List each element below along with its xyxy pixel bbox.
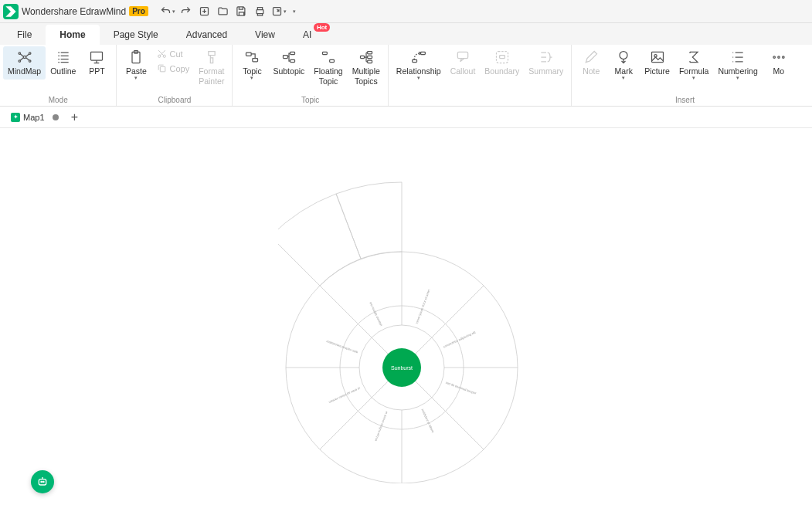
svg-text:Sunburst: Sunburst [391, 365, 413, 371]
menu-tab-home[interactable]: Home [46, 25, 99, 45]
mark-button[interactable]: Mark ▾ [607, 46, 640, 84]
paste-button[interactable]: Paste ▾ [120, 46, 152, 84]
undo-button[interactable] [159, 3, 176, 20]
export-button[interactable] [270, 3, 287, 20]
print-button[interactable] [252, 3, 269, 20]
outline-button[interactable]: Outline [46, 46, 80, 80]
menu-tab-file[interactable]: File [3, 25, 46, 45]
svg-rect-25 [412, 59, 416, 62]
new-button[interactable] [196, 3, 213, 20]
svg-point-34 [778, 56, 780, 59]
menu-tabs: File Home Page Style Advanced View AI Ho… [0, 23, 812, 45]
formula-button[interactable]: Formula ▾ [674, 46, 714, 84]
app-title: Wondershare EdrawMind [22, 6, 126, 17]
quick-access-menu[interactable] [289, 3, 300, 20]
svg-rect-61 [39, 479, 46, 485]
doc-icon: ✦ [11, 113, 20, 122]
subtopic-button[interactable]: Subtopic [268, 46, 309, 80]
svg-point-33 [773, 56, 776, 59]
chevron-down-icon: ▾ [736, 75, 739, 81]
svg-rect-24 [367, 60, 372, 63]
svg-text:lorem ipsum dolor sit amet: lorem ipsum dolor sit amet [415, 288, 431, 324]
menu-tab-view[interactable]: View [241, 25, 289, 45]
svg-rect-29 [499, 56, 505, 59]
callout-button[interactable]: Callout [446, 46, 481, 80]
add-tab-button[interactable]: + [66, 109, 83, 126]
floating-topic-button[interactable]: Floating Topic [309, 46, 347, 89]
svg-rect-27 [457, 52, 467, 58]
sunburst-diagram[interactable]: Sunburst [278, 159, 525, 483]
svg-point-62 [41, 481, 42, 482]
ribbon-group-relation: Relationship ▾ Callout Boundary Summary [389, 45, 572, 106]
svg-rect-13 [161, 66, 166, 72]
mindmap-button[interactable]: MindMap [3, 46, 46, 80]
svg-rect-20 [330, 59, 335, 62]
menu-tab-advanced[interactable]: Advanced [172, 25, 241, 45]
svg-text:et dolore magna aliqua: et dolore magna aliqua [374, 411, 389, 442]
svg-rect-1 [257, 10, 263, 14]
pro-badge: Pro [129, 6, 148, 16]
svg-rect-14 [246, 53, 252, 56]
menu-tab-page-style[interactable]: Page Style [100, 25, 172, 45]
summary-button[interactable]: Summary [524, 46, 568, 80]
ribbon-group-topic: Topic ▾ Subtopic Floating Topic Multiple… [233, 45, 388, 106]
multiple-topics-button[interactable]: Multiple Topics [348, 46, 385, 89]
note-button[interactable]: Note [575, 46, 607, 80]
svg-point-35 [782, 56, 784, 59]
svg-point-63 [43, 481, 44, 482]
svg-line-42 [432, 286, 484, 337]
picture-button[interactable]: Picture [640, 46, 674, 80]
boundary-button[interactable]: Boundary [480, 46, 524, 80]
svg-rect-17 [290, 52, 295, 54]
svg-rect-15 [253, 59, 258, 62]
svg-line-49 [416, 337, 432, 354]
app-logo-icon [3, 4, 19, 19]
doc-tabs: ✦ Map1 + [0, 107, 812, 128]
numbering-button[interactable]: Numbering ▾ [713, 46, 762, 84]
svg-text:sed do eiusmod tempor: sed do eiusmod tempor [445, 381, 477, 395]
svg-rect-31 [651, 52, 663, 62]
svg-line-46 [320, 398, 372, 449]
title-bar: Wondershare EdrawMind Pro [0, 0, 812, 23]
ai-assistant-button[interactable] [31, 470, 54, 493]
ppt-button[interactable]: PPT [80, 46, 113, 80]
svg-text:ut enim ad minim veniam: ut enim ad minim veniam [328, 386, 361, 405]
svg-line-50 [416, 381, 432, 398]
chevron-down-icon: ▾ [134, 75, 138, 81]
ribbon-group-insert: Note Mark ▾ Picture Formula ▾ Numbering … [572, 45, 798, 106]
chevron-down-icon: ▾ [622, 75, 625, 81]
close-icon[interactable] [53, 114, 59, 120]
cut-button[interactable]: Cut [154, 46, 192, 61]
svg-line-44 [432, 398, 484, 449]
svg-rect-23 [367, 56, 372, 58]
more-button[interactable]: Mo [763, 46, 795, 80]
ribbon-group-mode: MindMap Outline PPT Mode [0, 45, 117, 106]
svg-rect-28 [496, 52, 508, 63]
chevron-down-icon: ▾ [417, 75, 420, 81]
ribbon: MindMap Outline PPT Mode Paste ▾ [0, 45, 812, 107]
svg-line-48 [320, 286, 372, 337]
copy-button[interactable]: Copy [154, 61, 192, 76]
svg-rect-8 [91, 52, 103, 60]
doc-tab-map1[interactable]: ✦ Map1 [3, 110, 66, 125]
svg-rect-16 [283, 56, 287, 59]
menu-tab-ai[interactable]: AI Hot [289, 25, 325, 45]
hot-badge: Hot [314, 23, 330, 32]
svg-point-3 [23, 56, 25, 58]
relationship-button[interactable]: Relationship ▾ [392, 46, 446, 84]
open-button[interactable] [215, 3, 232, 20]
svg-rect-19 [322, 52, 327, 54]
svg-rect-18 [290, 59, 295, 62]
canvas[interactable]: Sunburst [0, 128, 812, 532]
svg-point-30 [620, 52, 627, 59]
chevron-down-icon: ▾ [250, 75, 253, 81]
topic-button[interactable]: Topic ▾ [236, 46, 268, 84]
svg-line-52 [372, 337, 388, 354]
chevron-down-icon: ▾ [692, 75, 695, 81]
format-painter-button[interactable]: Format Painter [194, 46, 229, 89]
svg-rect-21 [360, 56, 364, 58]
ribbon-group-clipboard: Paste ▾ Cut Copy Format Painter Clipboar… [117, 45, 233, 106]
svg-line-51 [372, 381, 388, 398]
save-button[interactable] [233, 3, 250, 20]
redo-button[interactable] [178, 3, 195, 20]
